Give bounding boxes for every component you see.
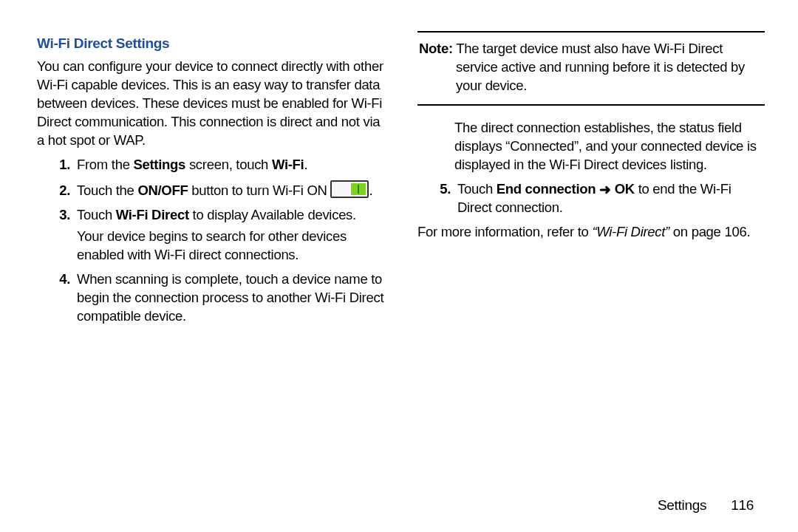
text: . bbox=[304, 157, 307, 172]
after-note-paragraph: The direct connection establishes, the s… bbox=[417, 119, 765, 174]
text: Touch bbox=[77, 207, 116, 222]
left-column: Wi-Fi Direct Settings You can configure … bbox=[37, 30, 384, 466]
intro-paragraph: You can configure your device to connect… bbox=[37, 58, 384, 150]
text: on page 106. bbox=[669, 224, 750, 239]
text: Touch bbox=[457, 181, 497, 197]
two-column-layout: Wi-Fi Direct Settings You can configure … bbox=[37, 30, 768, 466]
step-2: Touch the ON/OFF button to turn Wi-Fi ON… bbox=[74, 180, 384, 200]
note-body: The target device must also have Wi-Fi D… bbox=[453, 41, 745, 93]
text: For more information, refer to bbox=[417, 224, 592, 239]
italic-ref: “Wi-Fi Direct” bbox=[592, 224, 669, 239]
arrow-icon: ➜ bbox=[599, 181, 611, 200]
step-5: Touch End connection ➜ OK to end the Wi-… bbox=[454, 180, 765, 217]
toggle-on-icon bbox=[330, 180, 369, 198]
bold-end-connection: End connection bbox=[497, 181, 596, 197]
page-footer: Settings 116 bbox=[658, 497, 754, 514]
bold-onoff: ON/OFF bbox=[137, 183, 188, 198]
bold-wifi: Wi-Fi bbox=[272, 157, 304, 172]
text: to display Available devices. bbox=[189, 207, 356, 222]
step-1: From the Settings screen, touch Wi-Fi. bbox=[74, 156, 384, 174]
right-column: Note: The target device must also have W… bbox=[417, 30, 765, 466]
step-3-sub: Your device begins to search for other d… bbox=[77, 228, 384, 265]
text: When scanning is complete, touch a devic… bbox=[77, 271, 383, 324]
note-text: Note: The target device must also have W… bbox=[419, 40, 763, 95]
step-3: Touch Wi-Fi Direct to display Available … bbox=[74, 206, 384, 265]
manual-page: Wi-Fi Direct Settings You can configure … bbox=[0, 0, 798, 532]
more-info-line: For more information, refer to “Wi-Fi Di… bbox=[417, 223, 765, 242]
text: Touch the bbox=[77, 183, 137, 198]
text: button to turn Wi-Fi ON bbox=[188, 183, 330, 198]
text: . bbox=[369, 183, 372, 198]
bold-settings: Settings bbox=[133, 157, 185, 172]
text: From the bbox=[77, 157, 133, 172]
section-heading: Wi-Fi Direct Settings bbox=[37, 35, 384, 52]
steps-list-continued: Touch End connection ➜ OK to end the Wi-… bbox=[417, 180, 765, 217]
bold-ok: OK bbox=[615, 181, 635, 197]
footer-section: Settings bbox=[658, 497, 706, 513]
note-box: Note: The target device must also have W… bbox=[417, 31, 765, 106]
note-label: Note: bbox=[419, 41, 453, 56]
page-number: 116 bbox=[731, 497, 754, 514]
text: screen, touch bbox=[185, 157, 272, 172]
steps-list: From the Settings screen, touch Wi-Fi. T… bbox=[37, 156, 384, 326]
bold-wifi-direct: Wi-Fi Direct bbox=[116, 207, 189, 222]
step-4: When scanning is complete, touch a devic… bbox=[74, 270, 384, 326]
